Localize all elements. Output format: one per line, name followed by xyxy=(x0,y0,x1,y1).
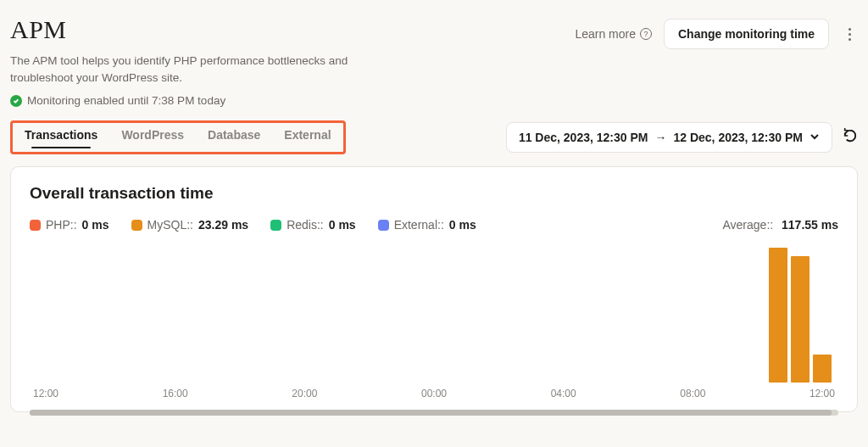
legend-label-php: PHP:: xyxy=(46,218,77,232)
more-actions-button[interactable] xyxy=(841,23,858,46)
page-description: The APM tool helps you identify PHP perf… xyxy=(10,53,366,86)
x-axis-tick: 16:00 xyxy=(163,388,188,400)
legend-label-mysql: MySQL:: xyxy=(147,218,193,232)
chart-bars xyxy=(306,248,832,383)
legend-item-php[interactable]: PHP:: 0 ms xyxy=(30,218,109,232)
monitoring-status-text: Monitoring enabled until 7:38 PM today xyxy=(27,94,225,107)
x-axis-tick: 08:00 xyxy=(680,388,705,400)
card-title: Overall transaction time xyxy=(30,184,838,203)
chart-legend: PHP:: 0 ms MySQL:: 23.29 ms Redis:: 0 ms… xyxy=(30,218,476,232)
arrow-right-icon: → xyxy=(654,131,666,144)
legend-value-mysql: 23.29 ms xyxy=(198,218,248,232)
chart-scrollbar[interactable] xyxy=(30,410,838,416)
legend-label-external: External:: xyxy=(394,218,444,232)
tabs: Transactions WordPress Database External xyxy=(25,128,331,145)
legend-item-external[interactable]: External:: 0 ms xyxy=(378,218,476,232)
x-axis-tick: 04:00 xyxy=(551,388,576,400)
swatch-external xyxy=(378,220,389,231)
chart-x-axis: 12:0016:0020:0000:0004:0008:0012:00 xyxy=(30,388,838,400)
legend-item-redis[interactable]: Redis:: 0 ms xyxy=(270,218,356,232)
chart-bar[interactable] xyxy=(791,256,810,383)
legend-value-redis: 0 ms xyxy=(329,218,356,232)
learn-more-label: Learn more xyxy=(575,27,636,41)
date-range-to: 12 Dec, 2023, 12:30 PM xyxy=(673,131,803,144)
x-axis-tick: 12:00 xyxy=(810,388,835,400)
check-circle-icon xyxy=(10,95,22,107)
legend-item-mysql[interactable]: MySQL:: 23.29 ms xyxy=(131,218,249,232)
swatch-mysql xyxy=(131,220,142,231)
refresh-button[interactable] xyxy=(843,128,858,147)
chart-bar[interactable] xyxy=(813,355,832,383)
page-title: APM xyxy=(10,15,366,44)
tab-transactions[interactable]: Transactions xyxy=(25,128,97,145)
swatch-redis xyxy=(270,220,281,231)
learn-more-link[interactable]: Learn more ? xyxy=(575,27,652,41)
x-axis-tick: 20:00 xyxy=(292,388,317,400)
legend-label-redis: Redis:: xyxy=(287,218,324,232)
legend-average-label: Average:: xyxy=(722,218,773,232)
x-axis-tick: 12:00 xyxy=(33,388,58,400)
tab-external[interactable]: External xyxy=(284,128,331,145)
tab-database[interactable]: Database xyxy=(208,128,260,145)
tab-wordpress[interactable]: WordPress xyxy=(121,128,184,145)
change-monitoring-time-button[interactable]: Change monitoring time xyxy=(664,19,829,49)
overall-transaction-card: Overall transaction time PHP:: 0 ms MySQ… xyxy=(10,166,858,412)
legend-average-value: 117.55 ms xyxy=(782,218,838,232)
chart-bar[interactable] xyxy=(769,248,787,383)
tabs-highlight-box: Transactions WordPress Database External xyxy=(10,120,346,154)
chart-scrollbar-thumb[interactable] xyxy=(30,410,832,416)
help-icon: ? xyxy=(640,28,652,40)
chevron-down-icon xyxy=(810,131,820,144)
transaction-time-chart: 12:0016:0020:0000:0004:0008:0012:00 xyxy=(30,238,838,400)
date-range-picker[interactable]: 11 Dec, 2023, 12:30 PM → 12 Dec, 2023, 1… xyxy=(506,122,832,153)
date-range-from: 11 Dec, 2023, 12:30 PM xyxy=(519,131,648,144)
x-axis-tick: 00:00 xyxy=(421,388,447,400)
monitoring-status: Monitoring enabled until 7:38 PM today xyxy=(10,94,366,107)
legend-value-external: 0 ms xyxy=(449,218,476,232)
legend-average: Average:: 117.55 ms xyxy=(722,218,838,232)
swatch-php xyxy=(30,220,41,231)
legend-value-php: 0 ms xyxy=(82,218,109,232)
